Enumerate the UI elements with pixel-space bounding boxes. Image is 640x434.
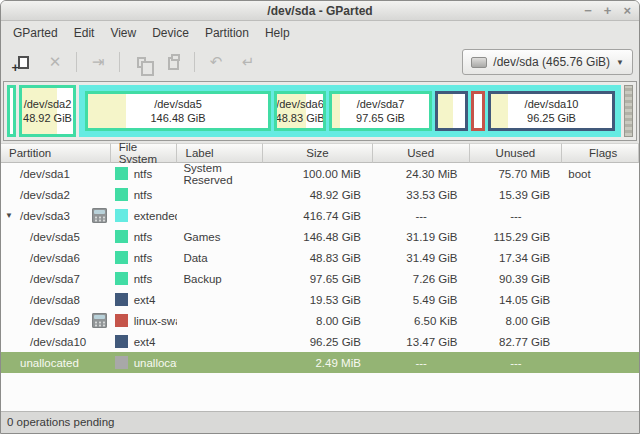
- filesystem-cell: ntfs: [111, 184, 178, 205]
- filesystem-color-swatch: [115, 188, 128, 201]
- column-header-label[interactable]: Label: [177, 143, 263, 163]
- partition-name: /dev/sda7: [30, 273, 80, 285]
- apply-button[interactable]: ↵: [234, 49, 262, 75]
- table-row-unallocated[interactable]: unallocatedunallocated2.49 MiB------: [1, 352, 639, 373]
- menu-device[interactable]: Device: [144, 21, 197, 45]
- column-header-size[interactable]: Size: [263, 143, 373, 163]
- partition-name: /dev/sda9: [30, 315, 80, 327]
- table-row-sda8[interactable]: /dev/sda8ext419.53 GiB5.49 GiB14.05 GiB: [1, 289, 639, 310]
- graph-segment-sda7[interactable]: /dev/sda797.65 GiB: [329, 91, 432, 131]
- filesystem-name: ext4: [134, 336, 156, 348]
- size-cell: 97.65 GiB: [263, 268, 373, 289]
- table-row-sda10[interactable]: /dev/sda10ext496.25 GiB13.47 GiB82.77 Gi…: [1, 331, 639, 352]
- table-row-sda1[interactable]: /dev/sda1ntfsSystem Reserved100.00 MiB24…: [1, 163, 639, 184]
- graph-segment-unallocated[interactable]: [624, 85, 633, 137]
- column-header-used[interactable]: Used: [373, 143, 470, 163]
- used-cell: 31.49 GiB: [373, 247, 470, 268]
- title-bar: /dev/sda - GParted − + ×: [1, 1, 639, 21]
- maximize-icon[interactable]: +: [604, 1, 612, 21]
- unused-cell: ---: [470, 352, 563, 373]
- flags-cell: [562, 331, 639, 352]
- menu-help[interactable]: Help: [257, 21, 298, 45]
- filesystem-cell: ntfs: [111, 247, 178, 268]
- flags-cell: [562, 247, 639, 268]
- flags-cell: [562, 226, 639, 247]
- filesystem-name: extended: [134, 210, 178, 222]
- graph-segment-sda8[interactable]: [435, 91, 468, 131]
- partition-cell: ▼/dev/sda3: [1, 205, 111, 226]
- graph-segment-sda6[interactable]: /dev/sda648.83 GiB: [274, 91, 326, 131]
- minimize-icon[interactable]: −: [584, 1, 592, 21]
- menu-partition[interactable]: Partition: [197, 21, 257, 45]
- column-header-unused[interactable]: Unused: [470, 143, 563, 163]
- filesystem-name: ext4: [134, 294, 156, 306]
- column-header-file-system[interactable]: File System: [111, 143, 178, 163]
- size-cell: 19.53 GiB: [263, 289, 373, 310]
- partition-name: /dev/sda3: [20, 210, 70, 222]
- unused-cell: 15.39 GiB: [470, 184, 563, 205]
- partition-name: /dev/sda10: [30, 336, 86, 348]
- hard-drive-icon: [471, 57, 487, 68]
- key-lock-icon: [92, 208, 107, 223]
- undo-icon: ↶: [210, 53, 223, 71]
- label-cell: [177, 184, 263, 205]
- menu-gparted[interactable]: GParted: [5, 21, 66, 45]
- used-cell: 24.30 MiB: [373, 163, 470, 184]
- partition-graph: /dev/sda248.92 GiB/dev/sda5146.48 GiB/de…: [3, 81, 637, 141]
- filesystem-color-swatch: [115, 230, 128, 243]
- device-selector-label: /dev/sda (465.76 GiB): [493, 55, 610, 69]
- filesystem-color-swatch: [115, 167, 128, 180]
- flags-cell: [562, 268, 639, 289]
- graph-partition-size: 96.25 GiB: [527, 111, 576, 125]
- new-partition-button[interactable]: [9, 49, 37, 75]
- graph-segment-sda2[interactable]: /dev/sda248.92 GiB: [19, 85, 76, 137]
- window-controls: − + ×: [584, 1, 631, 21]
- toolbar-separator: [76, 52, 77, 72]
- label-cell: System Reserved: [177, 163, 263, 184]
- close-icon[interactable]: ×: [623, 1, 631, 21]
- graph-segment-sda10[interactable]: /dev/sda1096.25 GiB: [488, 91, 615, 131]
- label-cell: [177, 289, 263, 310]
- menu-bar: GPartedEditViewDevicePartitionHelp: [1, 21, 639, 45]
- window-title: /dev/sda - GParted: [1, 1, 639, 21]
- chevron-down-icon: ▼: [616, 58, 624, 67]
- table-row-sda9[interactable]: /dev/sda9linux-swap8.00 GiB6.50 KiB8.00 …: [1, 310, 639, 331]
- table-row-sda5[interactable]: /dev/sda5ntfsGames146.48 GiB31.19 GiB115…: [1, 226, 639, 247]
- unused-cell: 115.29 GiB: [470, 226, 563, 247]
- paste-icon: [168, 57, 179, 70]
- label-cell: [177, 331, 263, 352]
- table-row-sda6[interactable]: /dev/sda6ntfsData48.83 GiB31.49 GiB17.34…: [1, 247, 639, 268]
- resize-move-button[interactable]: ⇥: [84, 49, 112, 75]
- column-header-flags[interactable]: Flags: [562, 143, 639, 163]
- device-selector-dropdown[interactable]: /dev/sda (465.76 GiB)▼: [462, 49, 633, 75]
- graph-segment-sda1[interactable]: [7, 85, 16, 137]
- graph-extended-sda3[interactable]: /dev/sda5146.48 GiB/dev/sda648.83 GiB/de…: [79, 85, 621, 137]
- partition-name: /dev/sda6: [30, 252, 80, 264]
- table-row-sda7[interactable]: /dev/sda7ntfsBackup97.65 GiB7.26 GiB90.3…: [1, 268, 639, 289]
- menu-edit[interactable]: Edit: [66, 21, 103, 45]
- status-bar: 0 operations pending: [1, 411, 639, 433]
- graph-segment-sda5[interactable]: /dev/sda5146.48 GiB: [85, 91, 271, 131]
- partition-cell: /dev/sda8: [1, 289, 111, 310]
- filesystem-name: ntfs: [134, 252, 153, 264]
- undo-button[interactable]: ↶: [202, 49, 230, 75]
- filesystem-cell: ext4: [111, 289, 178, 310]
- filesystem-name: linux-swap: [134, 315, 178, 327]
- graph-segment-label: /dev/sda1096.25 GiB: [491, 94, 612, 128]
- graph-segment-sda9[interactable]: [471, 91, 485, 131]
- delete-partition-button[interactable]: ✕: [41, 49, 69, 75]
- menu-view[interactable]: View: [102, 21, 144, 45]
- paste-button[interactable]: [159, 49, 187, 75]
- expander-icon[interactable]: ▼: [5, 211, 13, 220]
- toolbar: ✕⇥↶↵/dev/sda (465.76 GiB)▼: [1, 45, 639, 79]
- graph-partition-size: 97.65 GiB: [356, 111, 405, 125]
- graph-segment-label: /dev/sda248.92 GiB: [22, 88, 73, 134]
- table-row-sda3[interactable]: ▼/dev/sda3extended416.74 GiB------: [1, 205, 639, 226]
- copy-button[interactable]: [127, 49, 155, 75]
- column-header-partition[interactable]: Partition: [1, 143, 111, 163]
- graph-partition-size: 48.92 GiB: [23, 111, 72, 125]
- partition-cell: /dev/sda7: [1, 268, 111, 289]
- table-row-sda2[interactable]: /dev/sda2ntfs48.92 GiB33.53 GiB15.39 GiB: [1, 184, 639, 205]
- filesystem-color-swatch: [115, 335, 128, 348]
- used-cell: 31.19 GiB: [373, 226, 470, 247]
